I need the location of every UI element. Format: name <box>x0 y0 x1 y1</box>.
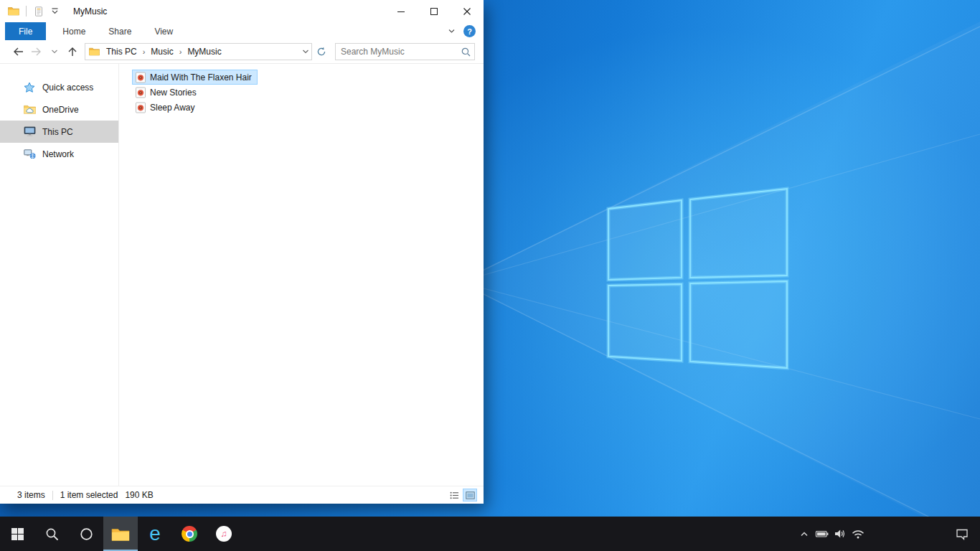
up-arrow-icon <box>67 46 78 57</box>
audio-file-icon <box>135 102 146 113</box>
sidebar-label: This PC <box>42 127 73 137</box>
sidebar-label: Network <box>42 149 74 159</box>
status-bar: 3 items 1 item selected 190 KB <box>0 486 484 504</box>
forward-arrow-icon <box>30 46 42 57</box>
window-title: MyMusic <box>73 6 107 17</box>
refresh-button[interactable] <box>312 43 331 60</box>
battery-tray-button[interactable] <box>813 517 831 551</box>
taskbar-chrome-button[interactable] <box>172 517 207 551</box>
file-item[interactable]: Maid With The Flaxen Hair <box>132 70 258 85</box>
search-icon <box>45 527 59 541</box>
cortana-button[interactable] <box>69 517 103 551</box>
close-button[interactable] <box>451 0 484 22</box>
breadcrumb-mymusic[interactable]: MyMusic <box>182 44 226 60</box>
minimize-icon <box>397 7 405 16</box>
quick-access-star-icon <box>23 82 36 93</box>
recent-locations-button[interactable] <box>45 43 63 61</box>
details-view-icon <box>450 491 459 499</box>
onedrive-icon <box>23 105 36 114</box>
action-center-icon <box>956 528 969 540</box>
system-tray <box>795 517 867 551</box>
caption-buttons <box>385 0 484 22</box>
audio-file-icon <box>135 72 146 83</box>
file-name: New Stories <box>150 88 197 98</box>
back-button[interactable] <box>9 43 27 61</box>
maximize-icon <box>430 7 438 16</box>
itunes-icon: ♫ <box>216 526 232 542</box>
navigation-bar: This PC › Music › MyMusic <box>0 40 484 64</box>
back-arrow-icon <box>12 46 24 57</box>
sidebar-label: Quick access <box>42 83 93 93</box>
large-icons-view-icon <box>466 491 475 499</box>
address-folder-icon <box>87 47 101 56</box>
maximize-button[interactable] <box>418 0 451 22</box>
close-icon <box>463 7 471 16</box>
properties-icon[interactable] <box>32 4 46 19</box>
tab-share[interactable]: Share <box>97 22 143 40</box>
address-dropdown-chevron-icon[interactable] <box>299 44 311 60</box>
show-hidden-icons-button[interactable] <box>795 517 813 551</box>
help-icon: ? <box>467 27 472 36</box>
sidebar-item-this-pc[interactable]: This PC <box>0 121 118 143</box>
view-toggle-buttons <box>447 489 484 501</box>
volume-tray-button[interactable] <box>831 517 849 551</box>
search-input[interactable] <box>336 47 457 57</box>
status-separator <box>52 491 53 500</box>
taskbar-internet-explorer-button[interactable]: e <box>138 517 172 551</box>
taskbar-itunes-button[interactable]: ♫ <box>207 517 241 551</box>
status-selection-size: 190 KB <box>125 490 153 500</box>
qat-separator <box>26 6 27 17</box>
search-icon[interactable] <box>457 47 474 57</box>
tab-home[interactable]: Home <box>51 22 97 40</box>
navigation-pane: Quick access OneDrive This PC Network <box>0 64 119 486</box>
music-note-glyph: ♫ <box>221 529 227 539</box>
wifi-icon <box>852 529 864 540</box>
sidebar-item-quick-access[interactable]: Quick access <box>0 76 118 98</box>
forward-button[interactable] <box>27 43 45 61</box>
start-button[interactable] <box>0 517 34 551</box>
computer-icon <box>23 126 36 137</box>
cortana-icon <box>80 527 93 541</box>
chevron-up-icon <box>798 528 810 540</box>
refresh-icon <box>316 47 326 57</box>
file-name: Maid With The Flaxen Hair <box>150 72 252 83</box>
breadcrumb-this-pc[interactable]: This PC <box>101 44 142 60</box>
window-body: Quick access OneDrive This PC Network <box>0 64 484 486</box>
audio-file-icon <box>135 87 146 98</box>
breadcrumb-music[interactable]: Music <box>146 44 178 60</box>
taskbar-search-button[interactable] <box>34 517 69 551</box>
search-box <box>335 43 475 60</box>
speaker-icon <box>834 528 847 540</box>
file-list[interactable]: Maid With The Flaxen Hair New Stories Sl… <box>119 64 484 486</box>
large-icons-view-button[interactable] <box>463 489 477 501</box>
taskbar-file-explorer-button[interactable] <box>103 517 138 551</box>
sidebar-item-onedrive[interactable]: OneDrive <box>0 98 118 121</box>
minimize-button[interactable] <box>385 0 418 22</box>
windows-start-icon <box>11 527 24 541</box>
help-button[interactable]: ? <box>463 25 476 37</box>
tab-file[interactable]: File <box>5 22 46 40</box>
customize-quick-access-chevron-icon[interactable] <box>49 6 60 17</box>
sidebar-label: OneDrive <box>42 105 79 115</box>
file-item[interactable]: Sleep Away <box>132 100 201 115</box>
action-center-button[interactable] <box>947 517 977 551</box>
titlebar[interactable]: MyMusic <box>0 0 484 22</box>
status-item-count: 3 items <box>17 490 45 500</box>
taskbar: e ♫ <box>0 517 980 551</box>
file-explorer-window: MyMusic File Home Share View ? <box>0 0 484 504</box>
file-name: Sleep Away <box>150 103 195 113</box>
chevron-down-icon <box>51 48 58 55</box>
tab-view[interactable]: View <box>143 22 184 40</box>
file-item[interactable]: New Stories <box>132 85 202 100</box>
up-button[interactable] <box>63 43 81 61</box>
status-selection: 1 item selected <box>60 490 118 500</box>
internet-explorer-icon: e <box>149 524 161 544</box>
file-explorer-icon <box>111 527 130 542</box>
details-view-button[interactable] <box>447 489 461 501</box>
sidebar-item-network[interactable]: Network <box>0 143 118 165</box>
network-icon <box>23 149 36 159</box>
network-wifi-tray-button[interactable] <box>849 517 867 551</box>
expand-ribbon-chevron-icon[interactable] <box>448 27 456 35</box>
chrome-icon <box>182 526 197 542</box>
address-bar[interactable]: This PC › Music › MyMusic <box>85 43 312 60</box>
